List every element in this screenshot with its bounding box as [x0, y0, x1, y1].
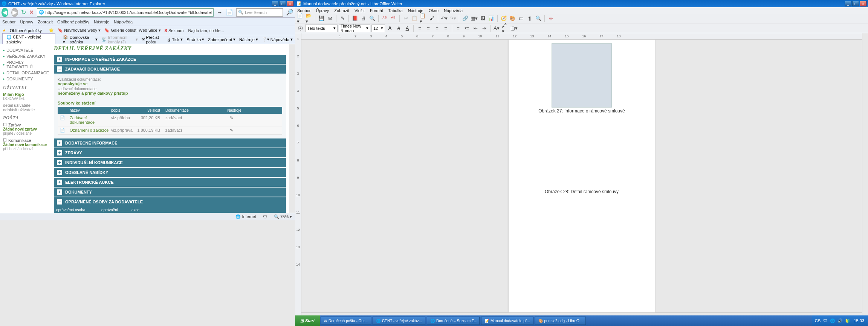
- add-fav-icon[interactable]: ⭐: [49, 28, 54, 33]
- menu-upravy[interactable]: Úpravy: [20, 20, 33, 24]
- bullets-icon[interactable]: •≡: [463, 25, 471, 32]
- bg-color-icon[interactable]: ▢▾: [510, 25, 518, 32]
- edit-icon[interactable]: ✎: [230, 128, 233, 132]
- user-logout-link[interactable]: odhlásit uživatele: [3, 108, 51, 112]
- lo-vertical-scrollbar[interactable]: [862, 33, 868, 318]
- lo-menu-napoveda[interactable]: Nápověda: [444, 8, 463, 13]
- chart-icon[interactable]: 📊: [487, 15, 495, 22]
- acc-info[interactable]: +INFORMACE O VEŘEJNÉ ZAKÁZCE: [54, 55, 286, 64]
- menu-oblibene[interactable]: Oblíbené položky: [57, 20, 89, 24]
- user-detail-link[interactable]: detail uživatele: [3, 103, 51, 108]
- edit-icon[interactable]: ✎: [230, 115, 233, 120]
- tool-page[interactable]: Stránka ▾: [186, 35, 204, 45]
- cut-icon[interactable]: ✂: [402, 15, 410, 22]
- nav-detail-org[interactable]: ▸DETAIL ORGANIZACE: [3, 70, 51, 76]
- lo-menu-vlozit[interactable]: Vložit: [355, 8, 365, 13]
- tool-tools[interactable]: Nástroje ▾: [239, 35, 258, 45]
- fav-link-1[interactable]: 🔖 Navrhované weby ▾: [58, 28, 101, 33]
- format-paint-icon[interactable]: 🖌: [428, 15, 436, 22]
- style-combo[interactable]: Tělo textu▾: [305, 25, 338, 32]
- styles-icon[interactable]: Ⓐ: [296, 25, 304, 32]
- search-box[interactable]: 🔍 Live Search: [236, 8, 283, 17]
- table-icon[interactable]: ▦▾: [470, 15, 478, 22]
- tool-mail[interactable]: ✉ Přečíst poštu: [142, 35, 163, 45]
- indent-inc-icon[interactable]: ⇥: [480, 25, 488, 32]
- tray-network-icon[interactable]: 🌐: [830, 318, 836, 324]
- favorites-label[interactable]: Oblíbené položky: [10, 28, 42, 33]
- taskbar-item[interactable]: 🎨 printsc2.odg - LibreO...: [535, 317, 586, 325]
- new-icon[interactable]: 📄▾: [296, 15, 304, 22]
- redo-icon[interactable]: ↷▾: [449, 15, 457, 22]
- acc-doks[interactable]: +DOKUMENTY: [54, 188, 286, 197]
- tool-rss[interactable]: 📡 Informační kanály (J) ▾: [101, 35, 138, 45]
- acc-opravnene[interactable]: −OPRÁVNĚNÉ OSOBY ZA DODAVATELE: [54, 197, 286, 206]
- font-combo[interactable]: Times New Roman▾: [339, 25, 370, 32]
- indent-dec-icon[interactable]: ⇤: [472, 25, 479, 32]
- align-right-icon[interactable]: ≡: [433, 25, 441, 32]
- maximize-button[interactable]: ▢: [279, 1, 286, 6]
- taskbar-item[interactable]: 🌐 Doručené – Seznam E...: [427, 317, 480, 325]
- minimize-button[interactable]: _: [272, 1, 278, 6]
- open-icon[interactable]: 📂▾: [305, 15, 313, 22]
- start-button[interactable]: ⊞ Start: [295, 315, 320, 326]
- lang-indicator[interactable]: CS: [815, 318, 821, 324]
- size-combo[interactable]: 12▾: [371, 25, 385, 32]
- italic-icon[interactable]: A: [395, 25, 402, 32]
- align-justify-icon[interactable]: ≡: [442, 25, 449, 32]
- help-icon[interactable]: ⊕: [547, 15, 555, 22]
- hyperlink-icon[interactable]: 🔗: [462, 15, 469, 22]
- align-center-icon[interactable]: ≡: [425, 25, 432, 32]
- print-icon[interactable]: 🖨: [360, 15, 367, 22]
- font-color-icon[interactable]: A▾: [493, 25, 500, 32]
- lo-menu-nastroje[interactable]: Nástroje: [408, 8, 423, 13]
- nav-dokumenty[interactable]: ▸DOKUMENTY: [3, 76, 51, 82]
- file-name[interactable]: Oznámení o zakázce: [70, 128, 111, 133]
- document-page[interactable]: Obrázek 27: Informace o rámcové smlouvě …: [509, 40, 655, 312]
- tool-safety[interactable]: Zabezpečení ▾: [208, 35, 235, 45]
- lo-menu-soubor[interactable]: Soubor: [297, 8, 310, 13]
- menu-nastroje[interactable]: Nástroje: [94, 20, 109, 24]
- zoom-level[interactable]: 🔍 75% ▾: [274, 214, 292, 219]
- go-icon[interactable]: →: [217, 9, 223, 16]
- refresh-icon[interactable]: ↻: [21, 9, 26, 16]
- undo-icon[interactable]: ↶▾: [440, 15, 448, 22]
- tray-shield-icon[interactable]: 🛡: [822, 318, 828, 324]
- bold-icon[interactable]: A: [386, 25, 394, 32]
- back-button[interactable]: ◀: [2, 8, 8, 17]
- fav-link-2[interactable]: 🔖 Galerie oblastí Web Slice ▾: [104, 28, 160, 33]
- taskbar-item[interactable]: 📝 Manual dodavatele př...: [481, 317, 533, 325]
- save-icon[interactable]: 💾: [318, 15, 325, 22]
- nav-dodavatele[interactable]: ▸DODAVATELÉ: [3, 47, 51, 53]
- address-bar[interactable]: 🌐 http://osigeno.profinetworks.cz/P13V10…: [37, 8, 214, 17]
- pdf-icon[interactable]: 📕: [351, 15, 359, 22]
- acc-zaddoc[interactable]: −ZADÁVACÍ DOKUMENTACE: [54, 65, 286, 74]
- acc-aukce[interactable]: +ELEKTRONICKÉ AUKCE: [54, 178, 286, 187]
- lo-menu-okno[interactable]: Okno: [429, 8, 439, 13]
- nav-zakazky[interactable]: ▸VEŘEJNÉ ZAKÁZKY: [3, 53, 51, 59]
- favorites-star-icon[interactable]: ★: [2, 28, 6, 33]
- highlight-icon[interactable]: 🖍▾: [501, 25, 509, 32]
- menu-soubor[interactable]: Soubor: [2, 20, 15, 24]
- autospell-icon[interactable]: ᴬᴮ: [390, 15, 397, 22]
- underline-icon[interactable]: A: [403, 25, 411, 32]
- search-go-icon[interactable]: 🔎: [286, 9, 293, 16]
- menu-napoveda[interactable]: Nápověda: [114, 20, 133, 24]
- tool-print[interactable]: 🖨 Tisk ▾: [167, 35, 183, 45]
- menu-zobrazit[interactable]: Zobrazit: [38, 20, 53, 24]
- paste-icon[interactable]: 📋▾: [419, 15, 427, 22]
- tool-help[interactable]: ❔▾ Nápověda ▾: [262, 35, 293, 45]
- compat-icon[interactable]: 📄: [226, 9, 233, 16]
- vertical-scrollbar[interactable]: [289, 44, 295, 213]
- kom-sub[interactable]: příchozí / odchozí: [3, 147, 51, 151]
- email-icon[interactable]: ✉: [326, 15, 334, 22]
- fav-link-3[interactable]: S Seznam – Najdu tam, co hle...: [165, 28, 224, 33]
- post-komunikace[interactable]: ☐Komunikace: [3, 138, 51, 143]
- image-icon[interactable]: 🖼: [479, 15, 486, 22]
- taskbar-item[interactable]: ✉ Doručená pošta - Out...: [321, 317, 371, 325]
- datasource-icon[interactable]: 🗃: [517, 15, 525, 22]
- forward-button[interactable]: ▶: [11, 8, 18, 17]
- lo-menu-format[interactable]: Formát: [370, 8, 383, 13]
- preview-icon[interactable]: 🔍: [368, 15, 376, 22]
- lo-menu-zobrazit[interactable]: Zobrazit: [334, 8, 349, 13]
- numbering-icon[interactable]: ≡: [454, 25, 462, 32]
